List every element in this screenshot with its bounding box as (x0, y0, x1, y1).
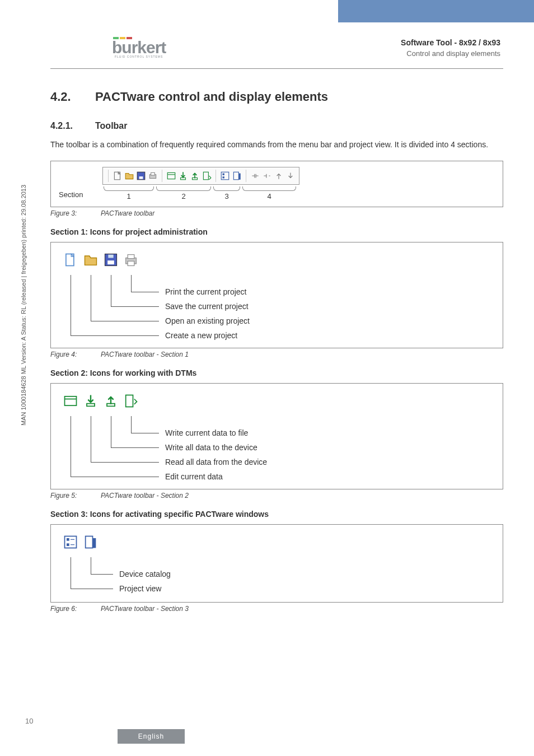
figure-3: Section (50, 161, 503, 207)
svg-rect-32 (86, 536, 93, 548)
svg-rect-13 (233, 172, 238, 180)
side-metadata: MAN 1000184628 ML Version: A Status: RL … (20, 185, 27, 426)
callout-text: Print the current project (165, 287, 247, 296)
svg-rect-14 (238, 174, 240, 180)
toolbar-section-1 (113, 171, 158, 181)
section-3-title: Section 3: Icons for activating specific… (50, 510, 503, 519)
h2-text: PACTware control and display elements (95, 90, 328, 104)
svg-rect-33 (93, 538, 96, 548)
toolbar-section-2 (166, 171, 212, 181)
svg-rect-27 (65, 536, 77, 548)
svg-rect-20 (128, 255, 134, 259)
svg-rect-22 (65, 396, 77, 405)
read-device-icon (82, 393, 99, 409)
svg-rect-5 (167, 172, 175, 179)
write-file-icon (202, 171, 212, 181)
write-device-icon (102, 393, 119, 409)
section-3-callouts: Device catalog Project view (59, 557, 495, 596)
project-view-icon (62, 534, 79, 550)
toolbar-stack (102, 167, 299, 201)
write-device-icon (190, 171, 200, 181)
h2-number: 4.2. (50, 90, 95, 104)
svg-rect-9 (203, 172, 208, 180)
callout-text: Open an existing project (165, 316, 250, 325)
logo-word: burkert (112, 40, 166, 55)
figure-4-caption: Figure 4: PACTware toolbar - Section 1 (50, 351, 503, 358)
top-bar-left (0, 0, 338, 22)
svg-rect-25 (107, 404, 115, 407)
page-number: 10 (25, 717, 33, 725)
disconnect-icon (262, 171, 272, 181)
toolbar-section-3 (220, 171, 242, 181)
section-1-title: Section 1: Icons for project administrat… (50, 227, 503, 236)
svg-rect-26 (126, 395, 133, 407)
section-3-icons (59, 530, 495, 554)
section-1-callouts: Print the current project Save the curre… (59, 275, 495, 342)
callout-text: Edit current data (165, 472, 223, 481)
section-2-title: Section 2: Icons for working with DTMs (50, 368, 503, 377)
callout-text: Save the current project (165, 302, 249, 311)
callout-text: Project view (119, 584, 161, 593)
language-badge: English (118, 729, 185, 744)
figure-3-caption: Figure 3: PACTware toolbar (50, 209, 503, 217)
callout-text: Device catalog (119, 570, 171, 578)
connect-icon (250, 171, 260, 181)
h3-text: Toolbar (95, 121, 127, 131)
svg-rect-2 (139, 176, 143, 179)
read-device-icon (178, 171, 188, 181)
svg-rect-29 (67, 543, 69, 546)
logo: burkert FLUID CONTROL SYSTEMS (112, 37, 166, 58)
section-label: Section (59, 167, 102, 199)
svg-rect-18 (108, 255, 113, 258)
page-header: burkert FLUID CONTROL SYSTEMS Software T… (0, 28, 534, 67)
logo-subtext: FLUID CONTROL SYSTEMS (112, 55, 166, 58)
figure-5-caption: Figure 5: PACTware toolbar - Section 2 (50, 492, 503, 500)
svg-rect-11 (223, 174, 224, 175)
print-project-icon (123, 251, 139, 268)
svg-rect-8 (193, 178, 198, 179)
section-2-icons (59, 389, 495, 413)
content: 4.2. PACTware control and display elemen… (50, 90, 503, 613)
download-icon (285, 171, 296, 181)
svg-rect-7 (181, 178, 186, 179)
callout-text: Write current data to file (165, 428, 248, 437)
heading-3: 4.2.1. Toolbar (50, 121, 503, 131)
callout-text: Read all data from the device (165, 458, 267, 466)
intro-paragraph: The toolbar is a combination of frequent… (50, 139, 503, 151)
svg-rect-28 (67, 538, 69, 541)
figure-5: Write current data to file Write all dat… (50, 383, 503, 489)
doc-subtitle: Control and display elements (401, 49, 500, 58)
brace-2 (156, 186, 211, 191)
section-2-callouts: Write current data to file Write all dat… (59, 416, 495, 483)
figure-6: Device catalog Project view (50, 524, 503, 603)
brace-1 (104, 186, 154, 191)
svg-rect-4 (151, 172, 155, 175)
upload-icon (274, 171, 284, 181)
svg-rect-17 (107, 260, 114, 264)
save-project-icon (136, 171, 146, 181)
open-project-icon (82, 251, 99, 268)
open-project-icon (124, 171, 134, 181)
toolbar-section-4 (250, 171, 296, 181)
callout-text: Write all data to the device (165, 443, 257, 452)
print-project-icon (148, 171, 158, 181)
svg-rect-10 (221, 172, 229, 180)
callout-text: Create a new project (165, 331, 237, 340)
write-file-icon (123, 393, 139, 409)
new-project-icon (113, 171, 123, 181)
svg-rect-21 (128, 261, 134, 265)
edit-data-icon (62, 393, 79, 409)
brace-4 (242, 186, 296, 191)
header-text: Software Tool - 8x92 / 8x93 Control and … (401, 38, 500, 58)
new-project-icon (62, 251, 79, 268)
section-1-icons (59, 248, 495, 272)
figure-4: Print the current project Save the curre… (50, 242, 503, 348)
svg-rect-24 (87, 404, 95, 407)
heading-2: 4.2. PACTware control and display elemen… (50, 90, 503, 104)
figure-6-caption: Figure 6: PACTware toolbar - Section 3 (50, 605, 503, 613)
device-catalog-icon (232, 171, 242, 181)
project-view-icon (220, 171, 230, 181)
h3-number: 4.2.1. (50, 121, 95, 131)
svg-rect-12 (223, 176, 224, 178)
top-bar (0, 0, 534, 22)
